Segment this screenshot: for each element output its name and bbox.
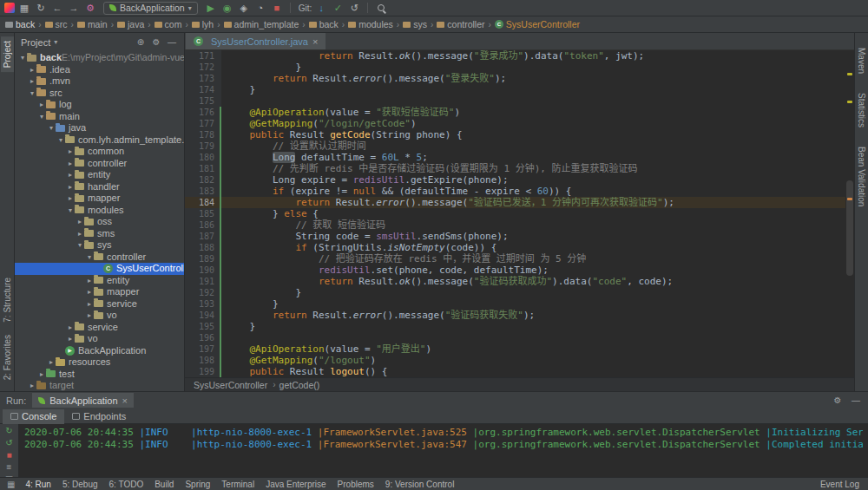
event-log-button[interactable]: Event Log (820, 480, 861, 489)
git-commit-icon[interactable]: ✓ (331, 3, 345, 14)
expand-arrow-icon[interactable]: ▸ (66, 169, 75, 181)
gear-icon[interactable]: ⚙ (832, 395, 844, 405)
expand-arrow-icon[interactable]: ▸ (66, 146, 75, 158)
hide-panel-icon[interactable]: — (166, 37, 178, 47)
run-button[interactable]: ▶ (204, 3, 218, 14)
tree-item-service[interactable]: ▸service (15, 298, 184, 310)
statusbar-6-todo[interactable]: 6: TODO (109, 480, 144, 489)
tab-console[interactable]: Console (3, 409, 64, 424)
code-line-177[interactable]: 177 @GetMapping("/login/getCode") (185, 118, 845, 129)
expand-arrow-icon[interactable]: ▸ (85, 275, 94, 287)
expand-arrow-icon[interactable]: ▸ (66, 333, 75, 345)
code-line-188[interactable]: 188 if (StringUtils.isNotEmpty(code)) { (185, 242, 845, 253)
open-project-icon[interactable]: ▦ (17, 3, 31, 14)
expand-arrow-icon[interactable]: ▸ (66, 193, 75, 205)
tool-button-bean-validation[interactable]: Bean Validation (855, 142, 868, 211)
statusbar-problems[interactable]: Problems (338, 480, 374, 489)
scrollbar-thumb[interactable] (846, 180, 853, 276)
code-line-197[interactable]: 197 @ApiOperation(value = "用户登出") (185, 343, 845, 355)
profiler-button[interactable]: ◔ (253, 3, 267, 13)
statusbar-build[interactable]: Build (155, 480, 174, 489)
hide-panel-icon[interactable]: — (850, 395, 862, 405)
expand-arrow-icon[interactable]: ▾ (18, 52, 27, 64)
code-line-193[interactable]: 193 } (185, 298, 845, 310)
dump-threads-button[interactable]: ≡ (3, 462, 16, 473)
statusbar-java-enterprise[interactable]: Java Enterprise (266, 480, 326, 489)
code-editor[interactable]: 171 return Result.ok().message("登录成功").d… (185, 50, 854, 377)
code-line-198[interactable]: 198 @GetMapping("/logout") (185, 355, 845, 366)
expand-arrow-icon[interactable]: ▸ (85, 310, 94, 322)
code-line-171[interactable]: 171 return Result.ok().message("登录成功").d… (185, 50, 845, 62)
expand-arrow-icon[interactable]: ▾ (56, 134, 65, 147)
code-line-173[interactable]: 173 return Result.error().message("登录失败"… (185, 73, 845, 84)
git-rollback-icon[interactable]: ↺ (347, 3, 361, 14)
expand-arrow-icon[interactable]: ▸ (66, 158, 75, 170)
tree-item--mvn[interactable]: ▸.mvn (15, 75, 184, 88)
code-line-194[interactable]: 194 return Result.error().message("验证码获取… (185, 310, 845, 321)
tree-item-com-lyh-admin-template-bac[interactable]: ▾com.lyh.admin_template.bac (15, 134, 184, 147)
code-line-186[interactable]: 186 // 获取 短信验证码 (185, 219, 845, 231)
breadcrumb-item-modules[interactable]: modules (348, 19, 393, 29)
coverage-button[interactable]: ◈ (237, 3, 251, 14)
code-line-191[interactable]: 191 return Result.ok().message("验证码获取成功"… (185, 276, 845, 287)
editor-breadcrumb-getcode-[interactable]: getCode() (279, 380, 320, 390)
tree-item-target[interactable]: ▸target (15, 380, 184, 391)
tree-item-vo[interactable]: ▸vo (15, 310, 184, 322)
expand-arrow-icon[interactable]: ▸ (28, 64, 36, 76)
code-line-183[interactable]: 183 if (expire != null && (defaultTime -… (185, 186, 845, 197)
tree-item-common[interactable]: ▸common (15, 146, 184, 158)
expand-arrow-icon[interactable]: ▸ (66, 181, 75, 193)
breadcrumb-item-com[interactable]: com (155, 19, 182, 29)
code-line-187[interactable]: 187 String code = smsUtil.sendSms(phone)… (185, 231, 845, 242)
breadcrumb-item-controller[interactable]: controller (437, 19, 484, 29)
tree-item-oss[interactable]: ▸oss (15, 216, 184, 228)
expand-arrow-icon[interactable]: ▸ (37, 99, 46, 111)
locate-file-icon[interactable]: ⊕ (135, 37, 147, 47)
stop-button[interactable]: ■ (3, 450, 16, 461)
git-update-icon[interactable]: ↓ (314, 3, 328, 13)
breadcrumb-item-back[interactable]: back (5, 19, 35, 29)
rerun-spring-button[interactable]: ↺ (3, 438, 16, 448)
gear-icon[interactable]: ⚙ (150, 37, 162, 47)
code-line-174[interactable]: 174 } (185, 84, 845, 95)
code-line-184[interactable]: 184 return Result.error().message("验证码已发… (185, 197, 845, 208)
code-line-178[interactable]: 178 public Result getCode(String phone) … (185, 129, 845, 140)
breadcrumb-item-src[interactable]: src (45, 19, 68, 29)
expand-arrow-icon[interactable]: ▸ (28, 75, 36, 88)
editor-tab-sysusercontroller[interactable]: C SysUserController.java × (186, 33, 326, 49)
code-line-182[interactable]: 182 Long expire = redisUtil.getExpire(ph… (185, 174, 845, 186)
tree-item-src[interactable]: ▾src (15, 88, 184, 100)
close-icon[interactable]: × (122, 395, 128, 406)
code-line-192[interactable]: 192 } (185, 287, 845, 298)
tree-item-controller[interactable]: ▾controller (15, 252, 184, 264)
breadcrumb-item-java[interactable]: java (117, 19, 144, 29)
tree-item-main[interactable]: ▾main (15, 111, 184, 123)
debug-button[interactable]: ◉ (220, 3, 234, 14)
chevron-down-icon[interactable]: ▾ (54, 38, 57, 46)
code-line-176[interactable]: 176 @ApiOperation(value = "获取短信验证码") (185, 107, 845, 118)
breadcrumb-item-main[interactable]: main (77, 19, 108, 29)
expand-arrow-icon[interactable]: ▾ (37, 111, 46, 123)
stop-button[interactable]: ■ (270, 3, 284, 13)
tab-endpoints[interactable]: Endpoints (64, 409, 134, 424)
code-line-180[interactable]: 180 Long defaultTime = 60L * 5; (185, 152, 845, 163)
tree-item-mapper[interactable]: ▸mapper (15, 286, 184, 298)
tree-item-controller[interactable]: ▸controller (15, 158, 184, 170)
expand-arrow-icon[interactable]: ▸ (66, 322, 75, 334)
run-tab-backapplication[interactable]: BackApplication × (32, 393, 134, 408)
code-line-195[interactable]: 195 } (185, 321, 845, 332)
expand-arrow-icon[interactable]: ▸ (76, 216, 84, 228)
console-output[interactable]: 2020-07-06 20:44:35 |INFO |http-nio-8000… (19, 424, 868, 477)
code-line-196[interactable]: 196 (185, 332, 845, 343)
tree-item-handler[interactable]: ▸handler (15, 181, 184, 193)
expand-arrow-icon[interactable]: ▾ (47, 122, 56, 134)
tool-windows-icon[interactable]: ▦ (7, 480, 15, 489)
tree-item-mapper[interactable]: ▸mapper (15, 193, 184, 205)
sync-icon[interactable]: ↻ (34, 3, 48, 14)
tree-item-back[interactable]: ▾back E:\myProject\myGit\admin-vue-tem (15, 52, 184, 64)
statusbar-4-run[interactable]: 4: Run (25, 480, 50, 489)
code-line-189[interactable]: 189 // 把验证码存放在 redis 中，并设置 过期时间 为 5 分钟 (185, 253, 845, 265)
tree-item--idea[interactable]: ▸.idea (15, 64, 184, 76)
tool-button-project[interactable]: Project (1, 36, 14, 72)
code-line-175[interactable]: 175 (185, 95, 845, 107)
